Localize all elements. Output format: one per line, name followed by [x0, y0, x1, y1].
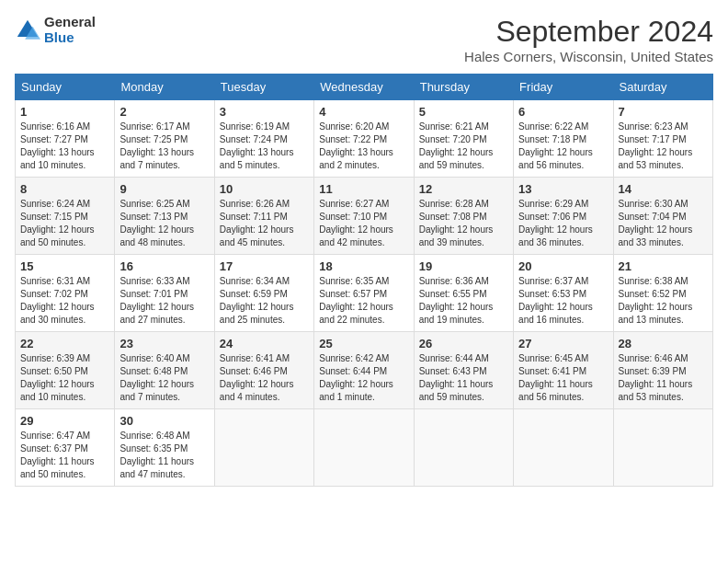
day-info: Sunrise: 6:29 AMSunset: 7:06 PMDaylight:…: [518, 198, 608, 249]
day-number: 24: [220, 337, 309, 350]
day-info: Sunrise: 6:30 AMSunset: 7:04 PMDaylight:…: [619, 198, 708, 249]
day-info: Sunrise: 6:26 AMSunset: 7:11 PMDaylight:…: [220, 198, 309, 249]
calendar-week-row: 8Sunrise: 6:24 AMSunset: 7:15 PMDaylight…: [16, 178, 713, 255]
calendar-cell: 22Sunrise: 6:39 AMSunset: 6:50 PMDayligh…: [16, 332, 115, 409]
weekday-header: Tuesday: [214, 75, 313, 100]
calendar-cell: 18Sunrise: 6:35 AMSunset: 6:57 PMDayligh…: [314, 255, 414, 332]
day-info: Sunrise: 6:24 AMSunset: 7:15 PMDaylight:…: [20, 198, 109, 249]
day-info: Sunrise: 6:36 AMSunset: 6:55 PMDaylight:…: [419, 275, 508, 327]
calendar-cell: 12Sunrise: 6:28 AMSunset: 7:08 PMDayligh…: [414, 178, 513, 255]
calendar-week-row: 15Sunrise: 6:31 AMSunset: 7:02 PMDayligh…: [16, 255, 713, 332]
day-number: 27: [518, 337, 608, 350]
logo-text: General Blue: [44, 15, 96, 45]
day-number: 21: [619, 259, 708, 273]
day-number: 2: [119, 105, 209, 119]
day-info: Sunrise: 6:42 AMSunset: 6:44 PMDaylight:…: [319, 352, 408, 404]
day-number: 28: [619, 337, 708, 350]
day-number: 9: [119, 182, 209, 196]
calendar-cell: 17Sunrise: 6:34 AMSunset: 6:59 PMDayligh…: [214, 255, 313, 332]
day-info: Sunrise: 6:41 AMSunset: 6:46 PMDaylight:…: [220, 352, 309, 404]
day-info: Sunrise: 6:27 AMSunset: 7:10 PMDaylight:…: [319, 198, 408, 249]
day-number: 4: [319, 105, 408, 119]
day-number: 22: [20, 337, 109, 350]
day-info: Sunrise: 6:31 AMSunset: 7:02 PMDaylight:…: [20, 275, 109, 327]
calendar-cell: 16Sunrise: 6:33 AMSunset: 7:01 PMDayligh…: [115, 255, 214, 332]
calendar-cell: 19Sunrise: 6:36 AMSunset: 6:55 PMDayligh…: [414, 255, 513, 332]
calendar-cell: 8Sunrise: 6:24 AMSunset: 7:15 PMDaylight…: [16, 178, 115, 255]
day-number: 15: [20, 259, 109, 273]
calendar-cell: 1Sunrise: 6:16 AMSunset: 7:27 PMDaylight…: [16, 100, 115, 178]
day-info: Sunrise: 6:20 AMSunset: 7:22 PMDaylight:…: [319, 121, 408, 172]
calendar-cell: 28Sunrise: 6:46 AMSunset: 6:39 PMDayligh…: [613, 332, 712, 409]
calendar-cell: 13Sunrise: 6:29 AMSunset: 7:06 PMDayligh…: [514, 178, 613, 255]
calendar-cell: 23Sunrise: 6:40 AMSunset: 6:48 PMDayligh…: [115, 332, 214, 409]
day-number: 13: [518, 182, 608, 196]
day-number: 3: [220, 105, 309, 119]
calendar-cell: [613, 409, 712, 487]
weekday-header: Sunday: [16, 75, 115, 100]
calendar-cell: 10Sunrise: 6:26 AMSunset: 7:11 PMDayligh…: [214, 178, 313, 255]
weekday-header: Saturday: [613, 75, 712, 100]
day-info: Sunrise: 6:16 AMSunset: 7:27 PMDaylight:…: [20, 121, 109, 172]
day-number: 29: [20, 414, 109, 428]
day-info: Sunrise: 6:21 AMSunset: 7:20 PMDaylight:…: [419, 121, 508, 172]
day-info: Sunrise: 6:28 AMSunset: 7:08 PMDaylight:…: [419, 198, 508, 249]
day-info: Sunrise: 6:46 AMSunset: 6:39 PMDaylight:…: [619, 352, 708, 404]
day-info: Sunrise: 6:23 AMSunset: 7:17 PMDaylight:…: [619, 121, 708, 172]
calendar-cell: 5Sunrise: 6:21 AMSunset: 7:20 PMDaylight…: [414, 100, 513, 178]
day-info: Sunrise: 6:47 AMSunset: 6:37 PMDaylight:…: [20, 430, 109, 481]
day-number: 11: [319, 182, 408, 196]
day-info: Sunrise: 6:17 AMSunset: 7:25 PMDaylight:…: [119, 121, 209, 172]
calendar-week-row: 29Sunrise: 6:47 AMSunset: 6:37 PMDayligh…: [16, 409, 713, 487]
day-number: 23: [119, 337, 209, 350]
calendar-cell: 14Sunrise: 6:30 AMSunset: 7:04 PMDayligh…: [613, 178, 712, 255]
title-section: September 2024 Hales Corners, Wisconsin,…: [464, 15, 713, 64]
calendar-cell: [314, 409, 414, 487]
calendar-cell: [414, 409, 513, 487]
logo: General Blue: [15, 15, 96, 45]
day-number: 14: [619, 182, 708, 196]
day-number: 25: [319, 337, 408, 350]
calendar-cell: 6Sunrise: 6:22 AMSunset: 7:18 PMDaylight…: [514, 100, 613, 178]
day-number: 30: [119, 414, 209, 428]
logo-blue: Blue: [44, 30, 96, 46]
day-number: 17: [220, 259, 309, 273]
day-info: Sunrise: 6:34 AMSunset: 6:59 PMDaylight:…: [220, 275, 309, 327]
day-info: Sunrise: 6:45 AMSunset: 6:41 PMDaylight:…: [518, 352, 608, 404]
day-number: 19: [419, 259, 508, 273]
calendar-cell: 24Sunrise: 6:41 AMSunset: 6:46 PMDayligh…: [214, 332, 313, 409]
calendar-cell: 3Sunrise: 6:19 AMSunset: 7:24 PMDaylight…: [214, 100, 313, 178]
calendar-cell: 15Sunrise: 6:31 AMSunset: 7:02 PMDayligh…: [16, 255, 115, 332]
day-number: 5: [419, 105, 508, 119]
calendar-cell: 26Sunrise: 6:44 AMSunset: 6:43 PMDayligh…: [414, 332, 513, 409]
calendar-cell: 25Sunrise: 6:42 AMSunset: 6:44 PMDayligh…: [314, 332, 414, 409]
calendar-cell: 9Sunrise: 6:25 AMSunset: 7:13 PMDaylight…: [115, 178, 214, 255]
calendar-header-row: SundayMondayTuesdayWednesdayThursdayFrid…: [16, 75, 713, 100]
day-info: Sunrise: 6:48 AMSunset: 6:35 PMDaylight:…: [119, 430, 209, 481]
day-number: 20: [518, 259, 608, 273]
day-info: Sunrise: 6:25 AMSunset: 7:13 PMDaylight:…: [119, 198, 209, 249]
day-number: 18: [319, 259, 408, 273]
page-header: General Blue September 2024 Hales Corner…: [15, 15, 713, 64]
calendar-table: SundayMondayTuesdayWednesdayThursdayFrid…: [15, 74, 713, 487]
day-number: 1: [20, 105, 109, 119]
day-info: Sunrise: 6:22 AMSunset: 7:18 PMDaylight:…: [518, 121, 608, 172]
weekday-header: Wednesday: [314, 75, 414, 100]
day-number: 7: [619, 105, 708, 119]
calendar-cell: 21Sunrise: 6:38 AMSunset: 6:52 PMDayligh…: [613, 255, 712, 332]
day-info: Sunrise: 6:40 AMSunset: 6:48 PMDaylight:…: [119, 352, 209, 404]
logo-general: General: [44, 15, 96, 30]
calendar-cell: 11Sunrise: 6:27 AMSunset: 7:10 PMDayligh…: [314, 178, 414, 255]
day-info: Sunrise: 6:37 AMSunset: 6:53 PMDaylight:…: [518, 275, 608, 327]
weekday-header: Thursday: [414, 75, 513, 100]
day-number: 8: [20, 182, 109, 196]
day-info: Sunrise: 6:38 AMSunset: 6:52 PMDaylight:…: [619, 275, 708, 327]
calendar-week-row: 22Sunrise: 6:39 AMSunset: 6:50 PMDayligh…: [16, 332, 713, 409]
day-info: Sunrise: 6:35 AMSunset: 6:57 PMDaylight:…: [319, 275, 408, 327]
day-info: Sunrise: 6:33 AMSunset: 7:01 PMDaylight:…: [119, 275, 209, 327]
calendar-cell: 7Sunrise: 6:23 AMSunset: 7:17 PMDaylight…: [613, 100, 712, 178]
calendar-cell: 4Sunrise: 6:20 AMSunset: 7:22 PMDaylight…: [314, 100, 414, 178]
calendar-cell: [514, 409, 613, 487]
day-number: 16: [119, 259, 209, 273]
calendar-cell: [214, 409, 313, 487]
